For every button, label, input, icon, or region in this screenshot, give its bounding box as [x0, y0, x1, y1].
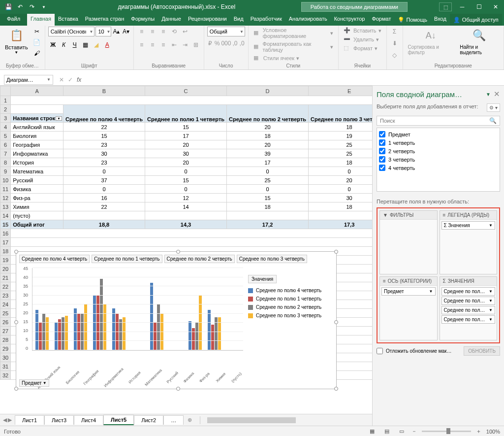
tab-home[interactable]: Главная — [27, 14, 55, 26]
close-pane-icon[interactable]: ✕ — [494, 90, 500, 99]
tab-developer[interactable]: Разработчик — [247, 14, 285, 26]
col-header[interactable]: C — [145, 86, 227, 96]
decrease-font-icon[interactable]: A▾ — [122, 27, 130, 36]
find-select-button[interactable]: 🔍 Найти и выделить — [458, 27, 501, 56]
tab-help[interactable]: 💡Помощь — [394, 14, 431, 26]
cancel-formula-icon: ✕ — [59, 76, 64, 83]
zone-legend[interactable]: ≡ЛЕГЕНДА (РЯДЫ) Σ Значения▼ — [440, 210, 498, 274]
zone-item[interactable]: Среднее по пол…▼ — [441, 287, 496, 296]
chart-axis-field-button[interactable]: Предмет ▼ — [19, 379, 49, 387]
field-checkbox[interactable] — [379, 148, 385, 154]
font-name-combo[interactable]: ▼ — [48, 27, 95, 36]
col-header[interactable]: B — [63, 86, 145, 96]
pane-dropdown-icon[interactable]: ▼ — [486, 92, 491, 97]
zone-values[interactable]: ΣЗНАЧЕНИЯ Среднее по пол…▼Среднее по пол… — [440, 276, 498, 340]
copy-icon[interactable]: 📄 — [32, 37, 42, 47]
page-layout-icon[interactable]: ▤ — [382, 428, 392, 436]
sheet-tab[interactable]: Лист1 — [15, 415, 44, 425]
tab-data[interactable]: Данные — [158, 14, 185, 26]
chart-series-buttons[interactable]: Среднее по полю 4 четвертьСреднее по пол… — [16, 252, 336, 266]
sheet-tab[interactable]: Лист2 — [134, 415, 163, 425]
add-sheet-icon[interactable]: ⊕ — [184, 417, 196, 423]
tab-analyze[interactable]: Анализировать — [285, 14, 331, 26]
zoom-level[interactable]: 100% — [486, 429, 500, 435]
redo-icon[interactable]: ↷ — [27, 1, 37, 12]
underline-button[interactable]: Ч — [70, 40, 80, 50]
tab-file[interactable]: Файл — [0, 14, 27, 26]
tab-formulas[interactable]: Формулы — [127, 14, 158, 26]
chart-legend[interactable]: Значения Среднее по полю 4 четвертьСредн… — [245, 266, 336, 360]
sheet-nav-next-icon[interactable]: ▶ — [8, 417, 12, 423]
tab-insert[interactable]: Вставка — [55, 14, 82, 26]
field-item[interactable]: 1 четверть — [379, 138, 498, 147]
sheet-nav-prev-icon[interactable]: ◀ — [3, 417, 7, 423]
grand-total-label: Общий итог — [11, 220, 63, 229]
zone-axis[interactable]: ≡ОСЬ (КАТЕГОРИИ) Предмет▼ — [379, 276, 438, 340]
zone-item[interactable]: Среднее по пол…▼ — [441, 306, 496, 314]
field-checkbox[interactable] — [379, 131, 385, 137]
horizontal-scrollbar[interactable] — [200, 416, 372, 424]
field-list[interactable]: Предмет1 четверть2 четверть3 четверть4 ч… — [377, 128, 500, 192]
tab-layout[interactable]: Разметка стран — [82, 14, 127, 26]
field-checkbox[interactable] — [379, 165, 385, 171]
increase-font-icon[interactable]: A▴ — [112, 27, 121, 36]
group-label: Ячейки — [342, 62, 383, 68]
tab-share[interactable]: 👤Общий доступ — [450, 14, 502, 26]
gear-icon[interactable]: ⚙ ▾ — [487, 103, 500, 112]
zone-item[interactable]: Среднее по пол…▼ — [441, 297, 496, 305]
paste-button[interactable]: 📋 Вставить ▼ — [3, 27, 30, 56]
maximize-icon[interactable]: ☐ — [471, 0, 487, 14]
format-icon: ⬚ — [344, 45, 351, 52]
pivot-cell: 20 — [145, 140, 227, 149]
ribbon-display-icon[interactable]: ⬚ — [439, 2, 452, 11]
bold-button[interactable]: Ж — [48, 40, 58, 50]
zone-item[interactable]: Среднее по пол…▼ — [441, 315, 496, 324]
fill-color-icon[interactable]: ◢ — [92, 40, 101, 50]
formula-input[interactable] — [87, 75, 504, 85]
zone-filters[interactable]: ▼ФИЛЬТРЫ — [379, 210, 438, 274]
page-break-icon[interactable]: ▭ — [397, 428, 407, 436]
close-icon[interactable]: ✕ — [487, 0, 504, 14]
border-icon[interactable]: ▦ — [81, 40, 91, 50]
save-icon[interactable]: 💾 — [3, 1, 14, 12]
qat-customize-icon[interactable]: ▼ — [38, 1, 49, 12]
zone-item[interactable]: Предмет▼ — [381, 287, 436, 296]
zone-item[interactable]: Σ Значения▼ — [441, 221, 496, 230]
field-checkbox[interactable] — [379, 139, 385, 146]
italic-button[interactable]: К — [59, 40, 69, 50]
sheet-tab[interactable]: Лист4 — [74, 415, 103, 425]
col-header[interactable]: E — [309, 86, 372, 96]
sheet-tab-active[interactable]: Лист5 — [103, 415, 134, 425]
chart-plot-area[interactable]: 051015202530354045 Английский языкБиолог… — [16, 266, 245, 360]
minimize-icon[interactable]: ─ — [454, 0, 471, 14]
normal-view-icon[interactable]: ▦ — [367, 428, 377, 436]
field-checkbox[interactable] — [379, 156, 385, 163]
name-box[interactable]: Диаграм…▼ — [4, 75, 53, 85]
zoom-slider[interactable] — [422, 431, 471, 432]
pivot-row-label[interactable]: Названия строк — [11, 114, 63, 123]
format-painter-icon[interactable]: 🖌 — [32, 48, 42, 58]
defer-checkbox[interactable] — [377, 348, 383, 354]
field-item[interactable]: Предмет — [379, 130, 498, 138]
col-header[interactable]: D — [227, 86, 309, 96]
font-color-icon[interactable]: A — [102, 40, 112, 50]
sheet-tab[interactable]: Лист3 — [44, 415, 74, 425]
font-size-combo[interactable]: ▼ — [95, 27, 111, 36]
tab-view[interactable]: Вид — [230, 14, 247, 26]
tab-login[interactable]: Вход — [431, 14, 450, 26]
zoom-out-icon[interactable]: － — [411, 428, 417, 435]
tab-design[interactable]: Конструктор — [331, 14, 369, 26]
zoom-in-icon[interactable]: ＋ — [476, 428, 481, 435]
fx-icon[interactable]: fx — [77, 76, 81, 83]
sheet-tab-more[interactable]: … — [163, 415, 184, 425]
field-item[interactable]: 4 четверть — [379, 164, 498, 172]
col-header[interactable]: A — [11, 86, 63, 96]
tab-review[interactable]: Рецензировани — [185, 14, 230, 26]
field-item[interactable]: 2 четверть — [379, 147, 498, 155]
tab-format[interactable]: Формат — [368, 14, 394, 26]
undo-icon[interactable]: ↶ — [15, 1, 26, 12]
cut-icon[interactable]: ✂ — [32, 27, 42, 36]
pivot-chart[interactable]: Среднее по полю 4 четвертьСреднее по пол… — [16, 251, 337, 389]
field-search[interactable]: 🔍 — [377, 116, 500, 126]
field-item[interactable]: 3 четверть — [379, 155, 498, 164]
